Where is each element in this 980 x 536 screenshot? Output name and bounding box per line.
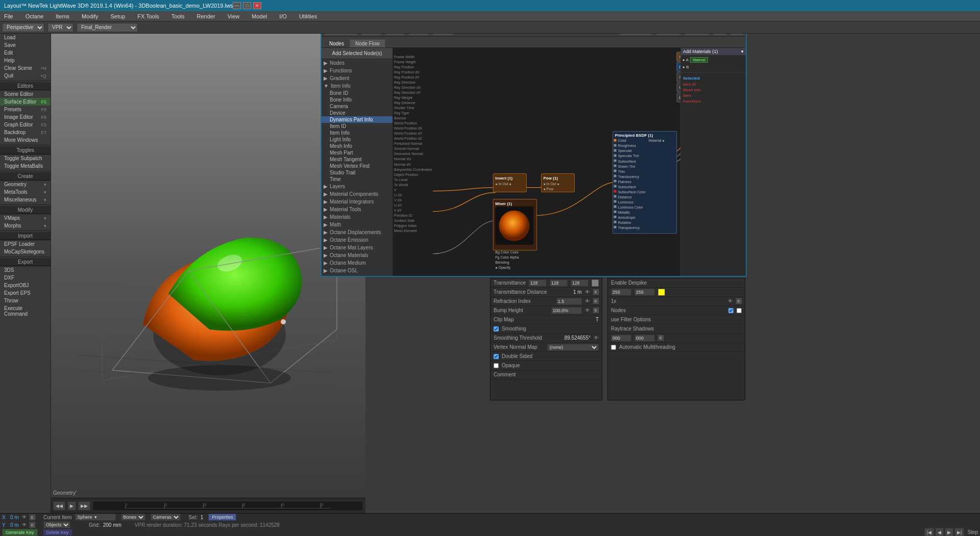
lp-toggle-metaballs[interactable]: Toggle MetaBalls — [0, 162, 51, 170]
menu-utilities[interactable]: Utilities — [297, 13, 319, 19]
current-item-value[interactable]: Sphere ▾ — [75, 514, 116, 521]
lp-presets[interactable]: PresetsF8 — [0, 106, 51, 113]
ne-cat-nodes[interactable]: ▶ Nodes — [322, 59, 393, 67]
lp-vmaps[interactable]: VMaps▾ — [0, 214, 51, 222]
pp2-rt-e[interactable]: E — [658, 335, 664, 341]
lp-dxf[interactable]: DXF — [0, 274, 51, 282]
ne-item-studio-trait[interactable]: Studio Trait — [322, 169, 393, 176]
lp-help[interactable]: Help — [0, 57, 51, 64]
lp-clear-scene[interactable]: Clear Scene+N — [0, 64, 51, 72]
pp2-1x-eye[interactable]: 👁 — [728, 298, 733, 304]
ne-cat-matcomp[interactable]: ▶ Material Components — [322, 190, 393, 198]
objects-select[interactable]: Objects — [43, 521, 70, 528]
tl-prev[interactable]: ◀◀ — [53, 501, 65, 511]
lp-execute-command[interactable]: Execute Command — [0, 304, 51, 318]
mode-select[interactable]: Perspective — [2, 23, 44, 32]
pp-smooth-thresh-eye[interactable]: 👁 — [594, 335, 599, 341]
ne-item-mesh-info[interactable]: Mesh Info — [322, 143, 393, 149]
play-start-btn[interactable]: |◀ — [924, 528, 934, 536]
lp-geometry[interactable]: Geometry▾ — [0, 181, 51, 188]
timeline[interactable]: ◀◀ ▶ ▶▶ 0 10 20 30 40 50 — [51, 498, 365, 513]
pp-trans-g[interactable] — [550, 279, 568, 287]
ne-item-bone-info[interactable]: Bone Info — [322, 96, 393, 103]
timeline-track[interactable]: 0 10 20 30 40 50 — [92, 501, 363, 511]
menu-model[interactable]: Model — [250, 13, 269, 19]
lp-quit[interactable]: Quit+Q — [0, 72, 51, 80]
menu-setup[interactable]: Setup — [109, 13, 128, 19]
ne-cat-mattools[interactable]: ▶ Material Tools — [322, 206, 393, 213]
menu-render[interactable]: Render — [195, 13, 217, 19]
ne-cat-oct-osl[interactable]: ▶ Octane OSL — [322, 267, 393, 274]
menu-file[interactable]: File — [2, 13, 15, 19]
lp-graph-editor[interactable]: Graph EditorF2 — [0, 121, 51, 129]
lp-metatools[interactable]: MetaTools▾ — [0, 188, 51, 196]
generate-key-btn[interactable]: Generate Key — [2, 529, 38, 536]
lp-toggle-subpatch[interactable]: Toggle Subpatch — [0, 155, 51, 162]
lp-throw[interactable]: Throw — [0, 297, 51, 304]
delete-key-btn[interactable]: Delete Key — [43, 529, 72, 536]
close-button[interactable]: ✕ — [253, 2, 261, 9]
ne-cat-layers[interactable]: ▶ Layers — [322, 183, 393, 190]
menu-modify[interactable]: Modify — [80, 13, 100, 19]
ne-cat-oct-disp[interactable]: ▶ Octane Displacements — [322, 228, 393, 236]
pp2-rt-val1[interactable] — [611, 335, 631, 342]
ne-item-time[interactable]: Time — [322, 176, 393, 183]
pp-trans-swatch[interactable] — [592, 279, 599, 287]
pp-refraction-val[interactable] — [556, 298, 582, 305]
pp-smoothing-check[interactable] — [494, 326, 499, 331]
ne-right-expand[interactable]: ▾ — [741, 49, 744, 54]
ne-cat-oct-matmats[interactable]: ▶ Octane Materials — [322, 251, 393, 259]
maximize-button[interactable]: □ — [243, 2, 251, 9]
y-eye[interactable]: 👁 — [22, 522, 27, 527]
pp2-1x-e[interactable]: E — [736, 298, 742, 304]
pp-opaque-check[interactable] — [494, 363, 499, 368]
minimize-button[interactable]: — — [233, 2, 241, 9]
pp-bump-val[interactable] — [551, 307, 582, 314]
pp-trans-dist-e[interactable]: E — [593, 289, 599, 295]
pp2-r-input[interactable] — [611, 289, 631, 296]
ne-item-item-info[interactable]: Item Info — [322, 130, 393, 136]
lp-scene-editor[interactable]: Scene Editor — [0, 90, 51, 98]
lp-mocap[interactable]: MoCapSkelegons — [0, 248, 51, 256]
lp-save[interactable]: Save — [0, 41, 51, 49]
lp-epsf-loader[interactable]: EPSF Loader — [0, 240, 51, 248]
properties-btn[interactable]: Properties — [208, 514, 236, 521]
ne-add-selected-btn[interactable]: Add Selected Node(s) — [322, 48, 393, 59]
play-prev-btn[interactable]: ◀ — [935, 528, 944, 536]
pp-refraction-e[interactable]: E — [593, 298, 599, 304]
lp-morphs[interactable]: Morphs▾ — [0, 222, 51, 229]
ne-cat-oct-medium[interactable]: ▶ Octane Medium — [322, 259, 393, 267]
ne-item-light-info[interactable]: Light Info — [322, 136, 393, 143]
ne-cat-materials[interactable]: ▶ Materials — [322, 213, 393, 221]
lp-miscellaneous[interactable]: Miscellaneous▾ — [0, 196, 51, 203]
pp2-rt-val2[interactable] — [634, 335, 655, 342]
x-e-btn[interactable]: E — [30, 515, 35, 520]
ne-item-item-id[interactable]: Item ID — [322, 123, 393, 130]
lp-more-windows[interactable]: More Windows — [0, 136, 51, 144]
ne-canvas[interactable]: Add Selected Node(s) ▶ Nodes ▶ Functions… — [322, 48, 746, 276]
ne-item-mesh-vertex-find[interactable]: Mesh Vertex Find — [322, 163, 393, 169]
vpr-select[interactable]: VPR — [47, 23, 74, 32]
menu-view[interactable]: View — [226, 13, 242, 19]
lp-edit[interactable]: Edit — [0, 49, 51, 57]
lp-surface-editor[interactable]: Surface EditorF5 — [0, 98, 51, 106]
ne-item-bone-id[interactable]: Bone ID — [322, 90, 393, 96]
pp-refraction-eye[interactable]: 👁 — [585, 298, 590, 304]
play-btn[interactable]: ▶ — [945, 528, 953, 536]
play-next-btn[interactable]: ▶| — [954, 528, 964, 536]
ne-tab-flow[interactable]: Node Flow — [350, 39, 385, 47]
tl-next[interactable]: ▶▶ — [78, 501, 90, 511]
ne-item-mesh-part[interactable]: Mesh Part — [322, 149, 393, 156]
pp2-color-swatch[interactable] — [658, 289, 665, 296]
lp-backdrop[interactable]: BackdropF7 — [0, 129, 51, 136]
pp2-nodes-check[interactable] — [728, 308, 733, 313]
pp2-multithread-check[interactable] — [611, 345, 616, 350]
ne-cat-oct-proj[interactable]: ▶ Octane Projections — [322, 274, 393, 276]
ne-cat-math[interactable]: ▶ Math — [322, 221, 393, 228]
pp-trans-dist-eye[interactable]: 👁 — [585, 289, 590, 295]
pp-vnmap-select[interactable]: (none) — [547, 344, 599, 351]
render-select[interactable]: Final_Render — [77, 23, 138, 32]
ne-cat-functions[interactable]: ▶ Functions — [322, 67, 393, 74]
menu-fxtools[interactable]: FX Tools — [135, 13, 161, 19]
ne-cat-oct-matlayers[interactable]: ▶ Octane Mat Layers — [322, 244, 393, 251]
